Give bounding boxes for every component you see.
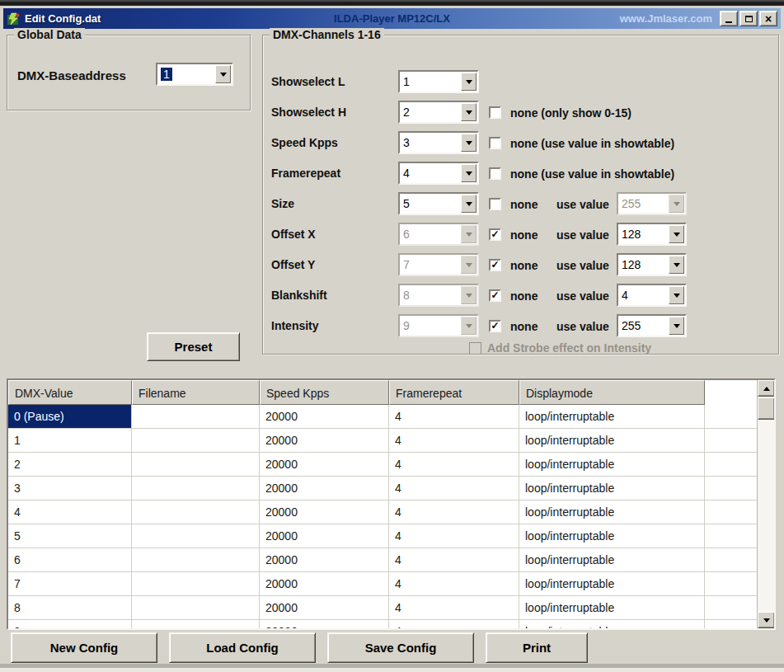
cell-dmx-value[interactable]: 3 [8, 477, 132, 500]
blankshift-none-checkbox[interactable]: ✓ [489, 289, 501, 302]
intensity-none-checkbox[interactable]: ✓ [489, 320, 501, 332]
column-header-framerepeat[interactable]: Framerepeat [389, 380, 519, 405]
cell-dmx-value[interactable]: 6 [8, 548, 132, 571]
cell-framerepeat[interactable]: 4 [389, 477, 519, 500]
cell-speed-kpps[interactable]: 20000 [260, 405, 389, 428]
showselect-l-dropdown-button[interactable] [461, 73, 477, 91]
showselect-l-combo[interactable]: 1 [398, 70, 479, 93]
column-header-speed-kpps[interactable]: Speed Kpps [260, 380, 389, 405]
table-vertical-scrollbar[interactable] [757, 380, 774, 628]
cell-speed-kpps[interactable]: 20000 [260, 429, 389, 452]
titlebar[interactable]: Edit Config.dat ILDA-Player MP12C/LX www… [3, 8, 781, 29]
cell-speed-kpps[interactable]: 20000 [260, 572, 389, 595]
cell-displaymode[interactable]: loop/interruptable [519, 477, 705, 500]
cell-framerepeat[interactable]: 4 [389, 596, 519, 619]
cell-speed-kpps[interactable]: 20000 [260, 477, 389, 500]
cell-framerepeat[interactable]: 4 [389, 572, 519, 595]
cell-displaymode[interactable]: loop/interruptable [519, 548, 705, 571]
cell-filename[interactable] [132, 524, 260, 547]
cell-dmx-value[interactable]: 4 [8, 500, 132, 524]
speed-kpps-dropdown-button[interactable] [461, 134, 477, 152]
cell-dmx-value[interactable]: 0 (Pause) [8, 405, 132, 428]
offset-x-use-value-dropdown-button[interactable] [669, 225, 684, 243]
intensity-use-value-dropdown-button[interactable] [669, 317, 684, 335]
preset-button[interactable]: Preset [147, 332, 240, 361]
cell-speed-kpps[interactable]: 20000 [260, 620, 389, 630]
cell-filename[interactable] [132, 596, 260, 619]
column-header-dmx-value[interactable]: DMX-Value [8, 380, 132, 405]
scroll-down-button[interactable] [758, 612, 775, 628]
cell-speed-kpps[interactable]: 20000 [260, 500, 389, 524]
cell-framerepeat[interactable]: 4 [389, 405, 519, 428]
cell-dmx-value[interactable]: 1 [8, 429, 132, 452]
showselect-h-combo[interactable]: 2 [398, 101, 479, 124]
cell-displaymode[interactable]: loop/interruptable [519, 620, 705, 630]
blankshift-use-value-dropdown-button[interactable] [669, 286, 684, 304]
cell-filename[interactable] [132, 500, 260, 524]
size-dropdown-button[interactable] [461, 195, 477, 213]
cell-filename[interactable] [132, 572, 260, 595]
showselect-l-label: Showselect L [271, 75, 345, 88]
cell-displaymode[interactable]: loop/interruptable [519, 500, 705, 524]
column-header-displaymode[interactable]: Displaymode [519, 380, 705, 405]
offset-x-use-value-label: use value [556, 228, 609, 242]
minimize-button[interactable] [720, 11, 738, 26]
scrollbar-thumb[interactable] [758, 397, 775, 420]
offset-y-none-checkbox[interactable]: ✓ [489, 259, 501, 271]
cell-dmx-value[interactable]: 9 [8, 620, 132, 630]
cell-framerepeat[interactable]: 4 [389, 620, 519, 630]
cell-filename[interactable] [132, 429, 260, 452]
scroll-up-button[interactable] [758, 380, 775, 397]
size-none-checkbox[interactable] [489, 198, 501, 210]
offset-y-use-value-dropdown-button[interactable] [669, 256, 684, 274]
framerepeat-dropdown-button[interactable] [461, 164, 477, 182]
speed-kpps-combo[interactable]: 3 [398, 131, 479, 154]
cell-filename[interactable] [132, 548, 260, 571]
new-config-button[interactable]: New Config [11, 632, 157, 663]
website-link[interactable]: www.Jmlaser.com [620, 12, 712, 25]
dmx-baseaddress-combo[interactable]: 1 [156, 63, 233, 86]
cell-framerepeat[interactable]: 4 [389, 429, 519, 452]
cell-dmx-value[interactable]: 5 [8, 524, 132, 547]
offset-y-use-value-combo[interactable]: 128 [617, 253, 687, 276]
showselect-h-none-checkbox[interactable] [489, 106, 501, 119]
cell-speed-kpps[interactable]: 20000 [260, 453, 389, 476]
cell-speed-kpps[interactable]: 20000 [260, 596, 389, 619]
save-config-button[interactable]: Save Config [327, 632, 474, 663]
cell-displaymode[interactable]: loop/interruptable [519, 429, 705, 452]
cell-dmx-value[interactable]: 8 [8, 596, 132, 619]
framerepeat-combo[interactable]: 4 [398, 162, 479, 185]
cell-framerepeat[interactable]: 4 [389, 548, 519, 571]
close-button[interactable]: × [759, 11, 777, 26]
cell-speed-kpps[interactable]: 20000 [260, 524, 389, 547]
offset-x-none-checkbox[interactable]: ✓ [489, 228, 501, 241]
blankshift-use-value-combo[interactable]: 4 [617, 284, 687, 307]
cell-framerepeat[interactable]: 4 [389, 524, 519, 547]
cell-displaymode[interactable]: loop/interruptable [519, 524, 705, 547]
cell-filename[interactable] [132, 620, 260, 630]
cell-displaymode[interactable]: loop/interruptable [519, 572, 705, 595]
cell-displaymode[interactable]: loop/interruptable [519, 596, 705, 619]
column-header-filename[interactable]: Filename [132, 380, 260, 405]
app-icon[interactable] [7, 12, 21, 26]
offset-x-use-value-combo[interactable]: 128 [617, 223, 687, 246]
cell-dmx-value[interactable]: 7 [8, 572, 132, 595]
intensity-use-value-combo[interactable]: 255 [617, 314, 687, 337]
showselect-h-dropdown-button[interactable] [461, 103, 477, 121]
cell-filename[interactable] [132, 405, 260, 428]
cell-speed-kpps[interactable]: 20000 [260, 548, 389, 571]
cell-filename[interactable] [132, 453, 260, 476]
cell-displaymode[interactable]: loop/interruptable [519, 405, 705, 428]
maximize-button[interactable] [739, 11, 758, 26]
cell-filename[interactable] [132, 477, 260, 500]
framerepeat-none-checkbox[interactable] [489, 167, 501, 180]
cell-displaymode[interactable]: loop/interruptable [519, 453, 705, 476]
cell-dmx-value[interactable]: 2 [8, 453, 132, 476]
cell-framerepeat[interactable]: 4 [389, 453, 519, 476]
cell-framerepeat[interactable]: 4 [389, 500, 519, 524]
print-button[interactable]: Print [486, 632, 588, 663]
size-combo[interactable]: 5 [398, 192, 479, 215]
dmx-baseaddress-dropdown-button[interactable] [215, 65, 231, 83]
speed-kpps-none-checkbox[interactable] [489, 137, 501, 149]
load-config-button[interactable]: Load Config [169, 632, 316, 663]
